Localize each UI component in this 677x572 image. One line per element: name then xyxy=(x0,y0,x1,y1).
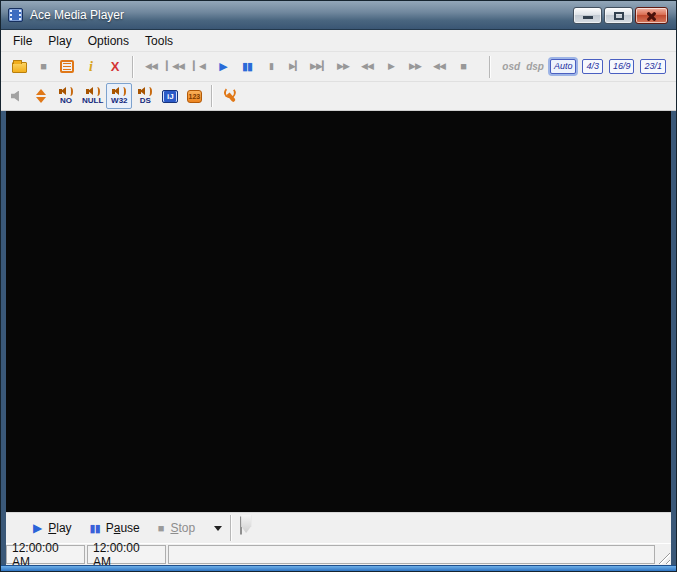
audio-out-ds-label: DS xyxy=(140,97,151,105)
display-toggle-group: osd dsp Auto 4/3 16/9 23/1 xyxy=(484,56,670,78)
app-filmstrip-icon xyxy=(8,8,23,22)
audio-stream-cycle-button[interactable] xyxy=(29,84,53,108)
video-display-area[interactable] xyxy=(6,111,671,512)
menu-tools[interactable]: Tools xyxy=(137,31,181,51)
counter-icon: 123 xyxy=(187,90,202,103)
aspect-auto-button[interactable]: Auto xyxy=(550,59,577,74)
toolbar-separator xyxy=(132,56,134,78)
skip-to-end-icon: ▶▶▎ xyxy=(310,62,328,71)
window-title: Ace Media Player xyxy=(30,8,124,22)
stop-square-icon: ■ xyxy=(460,61,466,72)
audio-out-no-button[interactable]: NO xyxy=(53,83,79,109)
fast-forward-icon: ▶▶ xyxy=(337,62,349,71)
minimize-button[interactable] xyxy=(573,7,602,24)
skip-to-start-icon: ▎◀◀ xyxy=(166,62,184,71)
play-icon: ▶ xyxy=(219,61,226,72)
window-bottom-frame xyxy=(1,565,676,571)
speaker-icon xyxy=(138,87,152,96)
osd-toggle[interactable]: osd xyxy=(502,61,520,72)
slow-play-icon: ▶ xyxy=(388,62,394,71)
status-message-panel xyxy=(168,545,655,564)
rewind-button[interactable]: ◀◀ xyxy=(139,55,163,79)
toolbar-separator xyxy=(489,56,491,78)
audio-disabled-icon xyxy=(11,91,24,102)
pause-button[interactable]: ▮▮ Pause xyxy=(81,517,149,539)
status-bar: 12:00:00 AM 12:00:00 AM xyxy=(6,543,671,565)
speaker-icon xyxy=(59,87,73,96)
stop-button[interactable]: ■ Stop xyxy=(149,517,204,539)
audio-disabled-button[interactable] xyxy=(5,84,29,108)
menu-play[interactable]: Play xyxy=(40,31,79,51)
skip-to-start-button[interactable]: ▎◀◀ xyxy=(163,55,187,79)
position-time: 12:00:00 AM xyxy=(6,545,85,564)
close-file-button[interactable]: X xyxy=(103,55,127,79)
audio-out-null-button[interactable]: NULL xyxy=(79,83,106,109)
fast-forward-button[interactable]: ▶▶ xyxy=(331,55,355,79)
frame-pause-button[interactable]: ▮ xyxy=(259,55,283,79)
speaker-icon xyxy=(86,87,100,96)
audio-out-null-label: NULL xyxy=(82,97,103,105)
window-frame: ▶ Play ▮▮ Pause ■ Stop 12:00:00 AM 12:00… xyxy=(1,111,676,565)
next-track-icon: ▶▶ xyxy=(409,62,421,71)
open-file-button[interactable] xyxy=(7,55,31,79)
stop-media-button[interactable]: ■ xyxy=(31,55,55,79)
menu-file[interactable]: File xyxy=(5,31,40,51)
slow-play-button[interactable]: ▶ xyxy=(379,55,403,79)
step-forward-button[interactable]: ▶▎ xyxy=(283,55,307,79)
dsp-toggle[interactable]: dsp xyxy=(526,61,544,72)
media-info-button[interactable]: i xyxy=(79,55,103,79)
audio-out-no-label: NO xyxy=(60,97,72,105)
counter-button[interactable]: 123 xyxy=(182,84,206,108)
playlist-icon xyxy=(60,60,74,73)
app-window: Ace Media Player File Play Options Tools… xyxy=(0,0,677,572)
maximize-button[interactable] xyxy=(604,7,633,24)
open-folder-icon xyxy=(12,62,27,73)
rewind-icon: ◀◀ xyxy=(145,62,157,71)
pause-label: Pause xyxy=(106,521,140,535)
playlist-button[interactable] xyxy=(55,55,79,79)
play-label: Play xyxy=(48,521,71,535)
speaker-icon xyxy=(112,87,126,96)
aspect-4-3-button[interactable]: 4/3 xyxy=(582,59,603,74)
video-renderer-icon: iJ xyxy=(162,90,178,103)
skip-to-end-button[interactable]: ▶▶▎ xyxy=(307,55,331,79)
rewind-alt-button[interactable]: ◀◀ xyxy=(427,55,451,79)
step-forward-icon: ▶▎ xyxy=(289,62,301,71)
video-renderer-button[interactable]: iJ xyxy=(158,84,182,108)
menu-bar: File Play Options Tools xyxy=(1,30,676,52)
maximize-icon xyxy=(614,12,624,20)
play-button[interactable]: ▶ Play xyxy=(24,517,81,539)
prev-track-icon: ◀◀ xyxy=(361,62,373,71)
next-track-button[interactable]: ▶▶ xyxy=(403,55,427,79)
play-button-toolbar[interactable]: ▶ xyxy=(211,55,235,79)
title-bar[interactable]: Ace Media Player xyxy=(1,1,676,30)
info-icon: i xyxy=(89,60,93,74)
frame-pause-icon: ▮ xyxy=(269,62,273,71)
minimize-icon xyxy=(583,16,593,19)
pause-icon: ▮▮ xyxy=(242,61,252,72)
rewind-alt-icon: ◀◀ xyxy=(433,62,445,71)
stop-icon: ■ xyxy=(158,523,165,534)
step-back-button[interactable]: ▎◀ xyxy=(187,55,211,79)
prev-track-button[interactable]: ◀◀ xyxy=(355,55,379,79)
pause-button-toolbar[interactable]: ▮▮ xyxy=(235,55,259,79)
playback-control-bar: ▶ Play ▮▮ Pause ■ Stop xyxy=(6,512,671,543)
seek-slider[interactable] xyxy=(240,515,665,541)
close-button[interactable] xyxy=(635,7,668,24)
resize-grip[interactable] xyxy=(655,549,670,564)
toolbar-separator xyxy=(211,85,213,107)
duration-time: 12:00:00 AM xyxy=(87,545,166,564)
aspect-16-9-button[interactable]: 16/9 xyxy=(609,59,635,74)
audio-out-w32-button[interactable]: W32 xyxy=(106,83,132,109)
window-controls xyxy=(573,7,668,24)
seek-slider-thumb[interactable] xyxy=(241,515,251,533)
audio-out-ds-button[interactable]: DS xyxy=(132,83,158,109)
stop-square-button[interactable]: ■ xyxy=(451,55,475,79)
play-icon: ▶ xyxy=(33,522,42,534)
more-controls-dropdown[interactable] xyxy=(214,526,222,531)
menu-options[interactable]: Options xyxy=(80,31,137,51)
settings-button[interactable] xyxy=(218,84,242,108)
step-back-icon: ▎◀ xyxy=(193,62,205,71)
main-toolbar: ■ i X ◀◀ ▎◀◀ ▎◀ ▶ ▮▮ ▮ ▶▎ ▶▶▎ ▶▶ ◀◀ ▶ ▶▶… xyxy=(1,52,676,82)
aspect-235-button[interactable]: 23/1 xyxy=(640,59,666,74)
